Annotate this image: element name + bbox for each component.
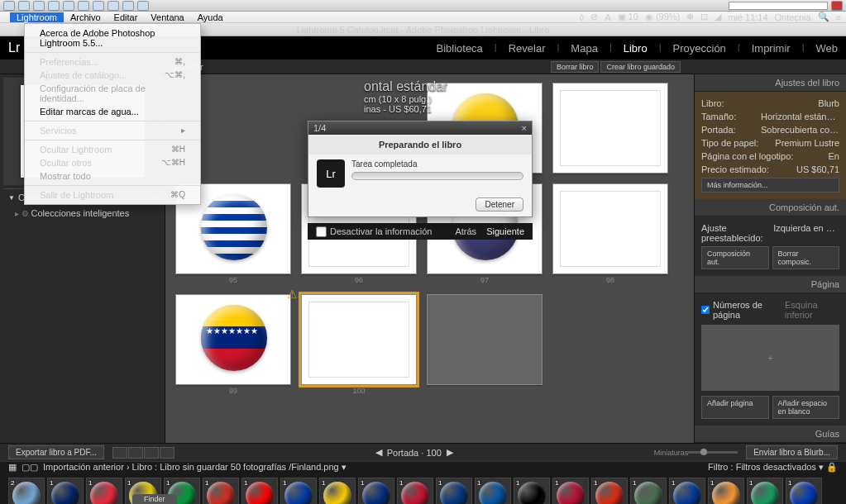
module-imprimir[interactable]: Imprimir xyxy=(752,42,791,55)
view-grid-button[interactable] xyxy=(112,447,127,459)
page-header[interactable]: Página xyxy=(695,276,846,293)
notifications-icon[interactable]: ≡ xyxy=(836,12,841,22)
toolbar-icon[interactable] xyxy=(63,1,74,11)
filmstrip-thumb[interactable]: 1 xyxy=(747,478,783,504)
filmstrip-thumb[interactable]: 1 xyxy=(47,478,84,504)
module-libro[interactable]: Libro xyxy=(624,42,648,55)
filmstrip-badge: 1 xyxy=(438,479,442,487)
page-spread[interactable] xyxy=(552,83,668,174)
toolbar-icon[interactable] xyxy=(122,1,134,11)
filmstrip[interactable]: 211111111111111111111 xyxy=(0,473,846,504)
book-settings-header[interactable]: Ajustes del libro xyxy=(695,74,846,92)
toolbar-icon[interactable] xyxy=(48,1,60,11)
module-biblioteca[interactable]: Biblioteca xyxy=(436,42,482,55)
menu-watermark[interactable]: Editar marcas de agua... xyxy=(25,105,200,118)
close-icon[interactable]: × xyxy=(522,123,527,133)
filmstrip-thumb[interactable]: 1 xyxy=(436,478,472,504)
page-numbers-checkbox[interactable]: Números de páginaEsquina inferior xyxy=(701,298,839,321)
next-button[interactable]: Siguiente xyxy=(486,226,524,236)
filmstrip-thumb[interactable]: 1 xyxy=(241,478,278,504)
clear-layout-button[interactable]: Borrar composic. xyxy=(772,246,840,269)
prev-arrow-icon[interactable]: ◀ xyxy=(375,447,382,458)
toolbar-icon[interactable] xyxy=(831,1,843,11)
send-blurb-button[interactable]: Enviar libro a Blurb... xyxy=(746,445,838,459)
autolayout-header[interactable]: Composición aut. xyxy=(695,199,846,216)
filmstrip-thumb[interactable]: 1 xyxy=(475,478,511,504)
page-spread[interactable]: 100 xyxy=(301,294,417,395)
toolbar-icon[interactable] xyxy=(78,1,89,11)
filmstrip-thumb[interactable]: 2 xyxy=(8,478,45,504)
module-web[interactable]: Web xyxy=(816,42,839,55)
page-spread[interactable]: ★★★★★★★ 99 ⚠ xyxy=(175,294,291,395)
wifi-icon: ◢ xyxy=(715,12,721,22)
toolbar-icon[interactable] xyxy=(33,1,45,11)
filmstrip-thumb[interactable]: 1 xyxy=(397,478,433,504)
menu-catalog[interactable]: Ajustes de catálogo...⌥⌘, xyxy=(25,69,200,82)
toolbar-icon[interactable] xyxy=(3,1,15,11)
battery-icon: ◉ (99%) xyxy=(645,12,680,22)
filmstrip-thumb[interactable]: 1 xyxy=(669,478,705,504)
toolbar-icon[interactable] xyxy=(108,1,119,11)
back-button[interactable]: Atrás xyxy=(455,226,476,236)
menu-ayuda[interactable]: Ayuda xyxy=(191,12,230,22)
book-dim-label: cm (10 x 8 pulg.) xyxy=(364,94,447,104)
filmstrip-thumb[interactable]: 1 xyxy=(203,478,239,504)
menu-hide[interactable]: Ocultar Lightroom⌘H xyxy=(25,143,200,156)
view-single-button[interactable] xyxy=(144,447,159,459)
filmstrip-thumb[interactable]: 1 xyxy=(591,478,628,504)
toolbar-icon[interactable] xyxy=(137,1,149,11)
guides-header[interactable]: Guías xyxy=(695,426,846,443)
second-screen-icon[interactable]: ▢▢ xyxy=(22,462,38,473)
warning-icon: ⚠ xyxy=(287,288,298,301)
menu-lightroom[interactable]: Lightroom xyxy=(10,12,64,22)
filmstrip-thumb[interactable]: 1 xyxy=(86,478,122,504)
dialog-titlebar[interactable]: 1/4 × xyxy=(308,121,532,135)
menu-ventana[interactable]: Ventana xyxy=(144,12,190,22)
page-spread[interactable]: 98 xyxy=(552,183,668,284)
page-template-preview[interactable]: + xyxy=(701,325,839,391)
menu-services[interactable]: Servicios▸ xyxy=(25,124,200,137)
add-blank-button[interactable]: Añadir espacio en blanco xyxy=(772,396,840,419)
menu-quit[interactable]: Salir de Lightroom⌘Q xyxy=(25,188,200,202)
menu-prefs[interactable]: Preferencias...⌘, xyxy=(25,55,200,69)
disable-info-checkbox[interactable] xyxy=(316,226,327,237)
filmstrip-path[interactable]: Importación anterior › Libro : Libro sin… xyxy=(43,462,347,473)
filmstrip-thumb[interactable]: 1 xyxy=(358,478,394,504)
address-field[interactable] xyxy=(729,2,828,10)
filmstrip-thumb[interactable]: 1 xyxy=(786,478,822,504)
thumbnail-size-slider[interactable] xyxy=(688,451,738,454)
menu-archivo[interactable]: Archivo xyxy=(64,12,108,22)
smart-collections[interactable]: ▸ ⚙ Colecciones inteligentes xyxy=(3,206,161,221)
back-cover[interactable] xyxy=(427,294,542,395)
more-info-button[interactable]: Más información... xyxy=(701,178,839,193)
menu-hideothers[interactable]: Ocultar otros⌥⌘H xyxy=(25,156,200,169)
grid-icon[interactable]: ▦ xyxy=(8,462,17,473)
filmstrip-thumb[interactable]: 1 xyxy=(708,478,744,504)
filmstrip-thumb[interactable]: 1 xyxy=(280,478,317,504)
export-pdf-button[interactable]: Exportar libro a PDF... xyxy=(8,445,104,459)
autolayout-button[interactable]: Composición aut. xyxy=(701,246,769,269)
view-zoom-button[interactable] xyxy=(160,447,174,459)
filters-off-dropdown[interactable]: Filtros desactivados xyxy=(736,462,816,472)
toolbar-icon[interactable] xyxy=(93,1,104,11)
module-revelar[interactable]: Revelar xyxy=(509,42,546,55)
menu-about[interactable]: Acerca de Adobe Photoshop Lightroom 5.5.… xyxy=(25,26,200,50)
toolbar-icon[interactable] xyxy=(18,1,30,11)
create-saved-book-button[interactable]: Crear libro guardado xyxy=(600,61,681,73)
stop-button[interactable]: Detener xyxy=(476,197,523,212)
module-mapa[interactable]: Mapa xyxy=(571,42,598,55)
spotlight-icon[interactable]: 🔍 xyxy=(818,12,829,22)
filmstrip-thumb[interactable]: 1 xyxy=(319,478,356,504)
filmstrip-thumb[interactable]: 1 xyxy=(514,478,550,504)
menu-editar[interactable]: Editar xyxy=(108,12,145,22)
filmstrip-thumb[interactable]: 1 xyxy=(552,478,589,504)
finder-tab[interactable]: Finder xyxy=(132,494,177,504)
view-mode-buttons xyxy=(112,447,174,459)
module-proyeccion[interactable]: Proyección xyxy=(673,42,726,55)
page-indicator: Portada · 100 xyxy=(387,448,442,458)
view-spread-button[interactable] xyxy=(128,447,143,459)
next-arrow-icon[interactable]: ▶ xyxy=(447,447,453,458)
filmstrip-thumb[interactable]: 1 xyxy=(630,478,667,504)
add-page-button[interactable]: Añadir página xyxy=(701,396,769,419)
clear-book-button[interactable]: Borrar libro xyxy=(551,61,600,73)
